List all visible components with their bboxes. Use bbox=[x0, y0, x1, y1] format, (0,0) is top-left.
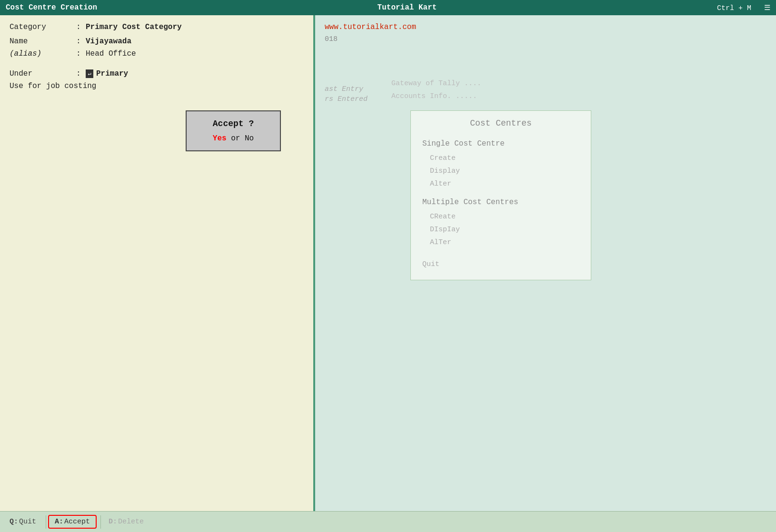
category-value: Primary Cost Category bbox=[86, 23, 182, 31]
nav-menu: Gateway of Tally .... Accounts Info. ...… bbox=[391, 77, 481, 103]
alias-label: (alias) bbox=[10, 49, 76, 58]
menu-spacer-2 bbox=[422, 249, 579, 256]
quit-label: Quit bbox=[19, 518, 36, 526]
divider-2 bbox=[100, 515, 101, 529]
title-bar: Cost Centre Creation Tutorial Kart Ctrl … bbox=[0, 0, 776, 15]
gateway-text: Gateway of Tally .... bbox=[391, 77, 481, 90]
quit-item[interactable]: Quit bbox=[422, 260, 579, 268]
cost-centres-box: Cost Centres Single Cost Centre Create D… bbox=[410, 110, 591, 280]
accept-label: Accept bbox=[64, 518, 90, 526]
accept-dialog-options: Yes or No bbox=[194, 134, 272, 143]
cost-centres-title: Cost Centres bbox=[422, 118, 579, 128]
shortcut-hint: Ctrl + M ☰ bbox=[717, 3, 770, 12]
delete-label: Delete bbox=[118, 518, 144, 526]
quit-key: Q: bbox=[10, 518, 18, 526]
delete-key: D: bbox=[109, 518, 117, 526]
under-colon: : bbox=[76, 69, 86, 78]
multiple-cost-centre-header: Multiple Cost Centres bbox=[422, 198, 579, 207]
window-title: Cost Centre Creation bbox=[6, 3, 97, 12]
multiple-create-item[interactable]: CReate bbox=[430, 210, 579, 223]
app-name: Tutorial Kart bbox=[378, 3, 437, 12]
name-label: Name bbox=[10, 37, 76, 46]
accept-button[interactable]: A: Accept bbox=[48, 515, 97, 529]
right-panel: www.tutorialkart.com 018 ast Entry rs En… bbox=[315, 15, 776, 511]
delete-button[interactable]: D: Delete bbox=[103, 516, 149, 528]
under-row: Under : ↵ Primary bbox=[10, 69, 304, 78]
cost-centre-form: Category : Primary Cost Category Name : … bbox=[0, 15, 314, 511]
category-label: Category bbox=[10, 23, 76, 31]
single-create-item[interactable]: Create bbox=[430, 152, 579, 165]
accept-no-option[interactable]: No bbox=[245, 134, 254, 143]
divider-1 bbox=[46, 515, 46, 529]
enter-symbol: ↵ bbox=[86, 69, 93, 78]
under-value: Primary bbox=[96, 69, 128, 78]
single-display-item[interactable]: Display bbox=[430, 165, 579, 177]
under-label: Under bbox=[10, 69, 76, 78]
single-alter-item[interactable]: Alter bbox=[430, 177, 579, 190]
name-value: Vijayawada bbox=[86, 37, 131, 46]
bottom-bar: Q: Quit A: Accept D: Delete bbox=[0, 511, 776, 532]
job-costing-label: Use for job costing bbox=[10, 82, 133, 90]
main-area: Category : Primary Cost Category Name : … bbox=[0, 15, 776, 511]
alias-row: (alias) : Head Office bbox=[10, 49, 304, 58]
job-costing-row: Use for job costing bbox=[10, 82, 304, 90]
menu-spacer-1 bbox=[422, 190, 579, 198]
accounts-text: Accounts Info. ..... bbox=[391, 90, 481, 103]
accept-or-text: or bbox=[227, 134, 245, 143]
category-colon: : bbox=[76, 23, 86, 31]
alias-value: Head Office bbox=[86, 49, 136, 58]
multiple-display-item[interactable]: DIspIay bbox=[430, 223, 579, 236]
accept-dialog-title: Accept ? bbox=[194, 119, 272, 128]
accept-dialog: Accept ? Yes or No bbox=[186, 110, 281, 151]
date-text: 018 bbox=[325, 35, 766, 43]
name-colon: : bbox=[76, 37, 86, 46]
single-cost-centre-header: Single Cost Centre bbox=[422, 139, 579, 148]
alias-colon: : bbox=[76, 49, 86, 58]
name-row: Name : Vijayawada bbox=[10, 37, 304, 46]
multiple-alter-item[interactable]: AlTer bbox=[430, 236, 579, 249]
website-url: www.tutorialkart.com bbox=[325, 23, 766, 31]
accept-yes-option[interactable]: Yes bbox=[213, 134, 227, 143]
category-row: Category : Primary Cost Category bbox=[10, 23, 304, 31]
quit-button[interactable]: Q: Quit bbox=[4, 516, 42, 528]
accept-key: A: bbox=[55, 518, 63, 526]
